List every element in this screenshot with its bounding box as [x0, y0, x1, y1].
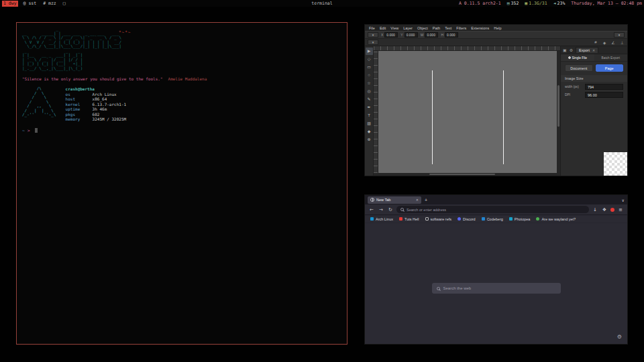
new-tab-page: Search the web ⚙ [365, 223, 627, 344]
field-x: X0.000 [381, 32, 398, 38]
tool-spiral-icon[interactable]: ◎ [366, 88, 373, 95]
ascii-welcome-banner: _ __ _____| | ___ ___ _ __ ___ ___ \ \ /… [22, 27, 341, 70]
tool-dropper-icon[interactable]: ◆ [366, 128, 373, 135]
web-search-input[interactable]: Search the web [432, 283, 561, 294]
reload-button[interactable]: ↻ [387, 207, 394, 213]
document-button[interactable]: Document [565, 64, 593, 72]
memory-icon: ▦ [525, 1, 527, 6]
snap-angle-icon[interactable]: ∠ [610, 40, 616, 45]
tool-text-icon[interactable]: T [366, 112, 373, 119]
document-dropdown[interactable]: ▾ [368, 40, 378, 45]
tool-zoom-icon[interactable]: ⊕ [366, 136, 373, 143]
menu-extensions[interactable]: Extensions [471, 26, 489, 30]
menu-help[interactable]: Help [494, 26, 501, 30]
dpi-row: DPI 96.00 [561, 90, 627, 98]
snap-perpendicular-icon[interactable]: ⊥ [619, 40, 625, 45]
menu-layer[interactable]: Layer [403, 26, 413, 30]
page-button[interactable]: Page [596, 64, 624, 72]
desktop: 1 dwy @ sst # mzz □ terminal A 0.11.5 ar… [0, 0, 644, 362]
bookmark-discord[interactable]: Discord [458, 217, 476, 221]
canvas-horizontal-scrollbar[interactable] [374, 173, 560, 176]
snap-grid-icon[interactable]: # [593, 40, 598, 44]
fetch-row-pkgs: pkgs602 [66, 112, 127, 117]
extensions-button[interactable]: ❖ [601, 207, 608, 213]
workspace-tag-4[interactable]: □ [62, 1, 67, 7]
globe-favicon-icon [370, 198, 374, 202]
bookmark-software-refs[interactable]: software refs [425, 217, 451, 221]
selection-mode-dropdown[interactable]: ▾ [368, 32, 378, 38]
dock-tab-strip: ▣ ⚙ Export ✕ [561, 46, 627, 54]
terminal-window[interactable]: *~*~ _ __ _____| | ___ ___ _ __ ___ ___ … [16, 22, 347, 345]
browser-nav-bar: ← → ↻ Search or enter address ↓ ❖ ≡ [365, 204, 627, 215]
tool-rect-icon[interactable]: ▭ [366, 64, 373, 71]
menu-view[interactable]: View [390, 26, 398, 30]
browser-window[interactable]: New Tab ✕ + ∨ ← → ↻ Search or enter addr… [364, 194, 628, 345]
tool-gradient-icon[interactable]: ▨ [366, 120, 373, 127]
snap-node-icon[interactable]: ◈ [602, 40, 607, 45]
field-y: Y0.000 [400, 32, 417, 38]
y-input[interactable]: 0.000 [405, 32, 418, 38]
dock-objects-icon[interactable]: ▣ [563, 48, 567, 52]
shell-prompt[interactable]: ~ > [22, 128, 341, 133]
tool-pencil-icon[interactable]: ✎ [366, 96, 373, 103]
x-input[interactable]: 0.000 [384, 32, 398, 38]
new-tab-button[interactable]: + [425, 198, 427, 202]
address-bar[interactable]: Search or enter address [396, 206, 589, 213]
zoom-dropdown[interactable]: ▾ [614, 32, 625, 38]
inkscape-window[interactable]: File Edit View Layer Object Path Text Fi… [364, 24, 628, 176]
tool-selector-icon[interactable]: ▶ [366, 48, 373, 55]
workspace-tags: 1 dwy @ sst # mzz □ [2, 1, 67, 7]
workspace-tag-3[interactable]: # mzz [42, 1, 58, 7]
close-icon[interactable]: ✕ [592, 48, 595, 52]
menu-object[interactable]: Object [417, 26, 428, 30]
bookmark-tuts-hell[interactable]: Tuts Hell [399, 217, 419, 221]
tool-pen-icon[interactable]: ✒ [366, 104, 373, 111]
fetch-row-memory: memory3245M / 32025M [66, 117, 127, 122]
export-preview-thumbnail [604, 152, 627, 176]
tab-close-icon[interactable]: ✕ [416, 198, 419, 202]
workspace-tag-1[interactable]: 1 dwy [2, 1, 18, 7]
back-button[interactable]: ← [368, 207, 375, 213]
recording-indicator-icon [610, 208, 614, 212]
tab-single-file[interactable]: Single File [561, 54, 594, 61]
inkscape-menubar: File Edit View Layer Object Path Text Fi… [365, 25, 627, 31]
menu-file[interactable]: File [369, 26, 375, 30]
downloads-button[interactable]: ↓ [592, 207, 598, 213]
browser-tab[interactable]: New Tab ✕ [368, 196, 421, 204]
prompt-path: ~ [22, 128, 25, 133]
bookmark-are-we-wayland-yet[interactable]: Are we wayland yet? [536, 217, 576, 221]
tab-batch-export[interactable]: Batch Export [594, 54, 628, 61]
inkscape-toolbox: ▶ ◇ ▭ ○ ☆ ◎ ✎ ✒ T ▨ ◆ ⊕ [365, 46, 374, 176]
bookmark-photopea[interactable]: Photopea [509, 217, 531, 221]
personalize-gear-icon[interactable]: ⚙ [617, 334, 622, 340]
radio-icon [568, 56, 571, 59]
status-disk: ▤352 [507, 1, 519, 6]
menu-button[interactable]: ≡ [617, 207, 624, 213]
field-h: H0.000 [441, 32, 458, 38]
bookmark-favicon [399, 217, 402, 221]
fetch-info: crash@bertha osArch Linux hostx86_64 ker… [66, 86, 127, 122]
tool-ellipse-icon[interactable]: ○ [366, 72, 373, 79]
tool-node-icon[interactable]: ◇ [366, 56, 373, 63]
workspace-tag-2[interactable]: @ sst [22, 1, 38, 7]
tool-star-icon[interactable]: ☆ [366, 80, 373, 87]
h-input[interactable]: 0.000 [445, 32, 458, 38]
dpi-input[interactable]: 96.00 [585, 92, 623, 98]
bookmark-arch-linux[interactable]: Arch Linux [370, 217, 393, 221]
menu-edit[interactable]: Edit [380, 26, 386, 30]
menu-filters[interactable]: Filters [456, 26, 466, 30]
volume-text: 23% [557, 1, 566, 6]
inkscape-canvas[interactable] [378, 51, 557, 173]
width-input[interactable]: 794 [585, 84, 623, 90]
bookmark-codeberg[interactable]: Codeberg [482, 217, 503, 221]
bookmark-favicon [536, 217, 539, 221]
w-input[interactable]: 0.000 [425, 32, 438, 38]
dock-settings-icon[interactable]: ⚙ [570, 48, 573, 52]
forward-button[interactable]: → [378, 207, 384, 213]
menu-path[interactable]: Path [433, 26, 440, 30]
address-placeholder: Search or enter address [407, 208, 446, 212]
menu-text[interactable]: Text [445, 26, 451, 30]
export-tab[interactable]: Export ✕ [576, 47, 598, 53]
tab-list-caret-icon[interactable]: ∨ [622, 198, 625, 202]
updates-text: A 0.11.5 arch2-1 [459, 1, 501, 6]
